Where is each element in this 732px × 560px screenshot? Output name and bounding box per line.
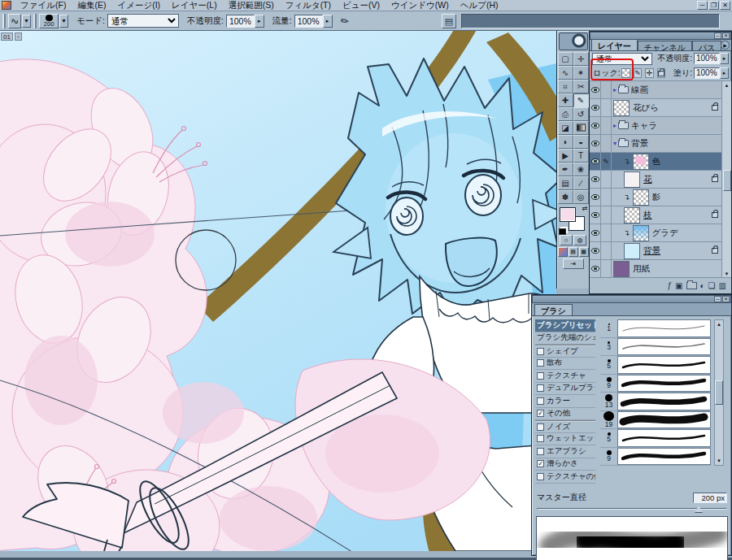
delete-layer-icon[interactable]: ▥ <box>719 281 726 290</box>
layers-opacity-spinner[interactable]: ▸ <box>720 53 729 64</box>
layer-thumbnail[interactable] <box>633 225 649 241</box>
link-cell[interactable] <box>601 206 612 224</box>
standard-screen-button[interactable] <box>558 247 568 257</box>
layer-row-8[interactable]: ↴グラデ <box>590 224 731 242</box>
link-cell[interactable] <box>601 189 612 206</box>
visibility-toggle[interactable] <box>590 242 601 260</box>
notes-tool[interactable]: ▤ <box>558 176 573 190</box>
minimize-button[interactable]: ─ <box>697 1 708 10</box>
menu-item-0[interactable]: ファイル(F) <box>15 0 72 11</box>
canvas-artwork[interactable] <box>0 31 556 551</box>
blur-tool[interactable]: ◗ <box>558 135 573 149</box>
lock-position-checkbox[interactable]: ✛ <box>645 68 653 78</box>
menu-item-3[interactable]: レイヤー(L) <box>166 0 223 11</box>
layer-row-7[interactable]: 枝 <box>590 206 731 224</box>
layer-row-0[interactable]: ▸線画 <box>590 81 731 99</box>
brush-section-0[interactable]: ブラシプリセット <box>535 319 595 332</box>
crop-tool[interactable]: ⌗ <box>558 80 573 93</box>
lock-paint-checkbox[interactable]: ✎ <box>634 68 642 78</box>
link-cell[interactable] <box>601 171 612 189</box>
fullscreen-menubar-button[interactable]: ▤ <box>569 247 578 257</box>
visibility-toggle[interactable] <box>590 189 601 206</box>
brush-preset-5[interactable]: 5 <box>600 356 711 375</box>
menu-item-6[interactable]: ビュー(V) <box>337 0 386 11</box>
layer-row-10[interactable]: 用紙 <box>590 260 731 277</box>
layer-thumbnail[interactable] <box>624 243 640 259</box>
airbrush-toggle[interactable]: ✎ <box>339 14 351 28</box>
link-cell[interactable] <box>601 135 612 153</box>
menu-item-4[interactable]: 選択範囲(S) <box>223 0 280 11</box>
brush-section-10[interactable]: エアブラシ <box>535 445 595 458</box>
photoshop-banner[interactable] <box>559 33 588 50</box>
layer-thumbnail[interactable] <box>613 100 630 116</box>
visibility-toggle[interactable] <box>590 260 601 278</box>
flow-value[interactable]: 100% <box>294 15 323 28</box>
brush-scrollbar[interactable]: ▲ ▼ <box>714 319 724 466</box>
brush-scroll-down-icon[interactable]: ▼ <box>715 457 724 465</box>
brush-section-3[interactable]: 散布 <box>535 358 595 371</box>
brush-section-8[interactable]: ノイズ <box>535 420 595 433</box>
menu-item-5[interactable]: フィルタ(T) <box>280 0 337 11</box>
visibility-toggle[interactable] <box>590 224 601 242</box>
brush-section-12[interactable]: テクスチャの保護 <box>535 471 595 484</box>
link-cell[interactable] <box>601 117 612 135</box>
menu-item-7[interactable]: ウインドウ(W) <box>386 0 455 11</box>
gradient-tool[interactable] <box>573 121 589 135</box>
brushes-panel-titlebar[interactable]: ─ ✕ <box>532 295 731 303</box>
zoom-tool[interactable]: ◎ <box>573 190 589 204</box>
expand-closed-icon[interactable]: ▸ <box>613 86 617 93</box>
opacity-spinner[interactable]: ▸ <box>255 15 264 28</box>
fullscreen-button[interactable]: ▦ <box>579 247 589 257</box>
lock-all-checkbox[interactable] <box>657 68 665 78</box>
document-chip[interactable]: 01 <box>1 33 13 41</box>
layer-thumbnail[interactable] <box>613 261 630 277</box>
opacity-value[interactable]: 100% <box>226 15 255 28</box>
expand-closed-icon[interactable]: ▸ <box>613 122 617 129</box>
restore-button[interactable]: ❐ <box>708 1 719 10</box>
rect-marquee-tool[interactable]: ▢ <box>558 52 573 66</box>
unchecked-checkbox[interactable] <box>537 397 544 405</box>
magic-wand-tool[interactable]: ✶ <box>573 66 589 80</box>
layers-opacity-value[interactable]: 100% <box>694 53 720 64</box>
layer-thumbnail[interactable] <box>633 154 649 170</box>
brush-preset-13[interactable]: 13 <box>600 393 711 411</box>
lock-transparency-checkbox[interactable] <box>621 68 630 78</box>
brush-section-7[interactable]: ✓その他 <box>535 408 595 421</box>
options-grip[interactable] <box>2 14 6 28</box>
fill-value[interactable]: 100% <box>694 67 720 79</box>
link-cell[interactable] <box>601 242 612 260</box>
menu-item-1[interactable]: 編集(E) <box>72 0 111 11</box>
visibility-toggle[interactable] <box>590 206 601 224</box>
layer-row-1[interactable]: 花びら <box>590 99 731 117</box>
new-layer-icon[interactable]: ❏ <box>708 281 716 290</box>
layer-mask-icon[interactable]: ▣ <box>675 281 682 290</box>
document-chip-icon[interactable]: ▫ <box>15 33 22 41</box>
type-tool[interactable]: T <box>573 149 589 163</box>
layer-thumbnail[interactable] <box>624 171 640 188</box>
visibility-toggle[interactable] <box>590 153 601 171</box>
eraser-tool[interactable]: ◪ <box>558 121 573 135</box>
menu-item-8[interactable]: ヘルプ(H) <box>455 0 504 11</box>
unchecked-checkbox[interactable] <box>537 423 544 431</box>
brushes-close-icon[interactable]: ✕ <box>722 296 730 302</box>
brush-section-4[interactable]: テクスチャ <box>535 370 595 383</box>
tab-layers[interactable]: レイヤー <box>591 39 638 50</box>
layer-thumbnail[interactable] <box>624 207 640 224</box>
visibility-toggle[interactable] <box>590 171 601 189</box>
clone-stamp-tool[interactable]: ⎙ <box>558 107 573 121</box>
flow-spinner[interactable]: ▸ <box>323 15 333 28</box>
default-colors-icon[interactable] <box>559 228 566 235</box>
dodge-tool[interactable]: ◒ <box>573 135 589 149</box>
standard-mode-button[interactable]: ○ <box>560 235 573 245</box>
palette-well[interactable] <box>461 14 720 28</box>
brush-preset-dropdown-arrow[interactable]: ▼ <box>59 15 68 28</box>
quickmask-mode-button[interactable]: ◍ <box>573 235 586 245</box>
fill-spinner[interactable]: ▸ <box>720 67 729 79</box>
brush-tool[interactable]: ✎ <box>573 93 589 107</box>
unchecked-checkbox[interactable] <box>537 384 544 392</box>
master-diameter-value[interactable]: 200 px <box>693 493 727 503</box>
path-select-tool[interactable]: ▶ <box>558 149 573 163</box>
history-brush-tool[interactable]: ↺ <box>573 107 589 121</box>
brush-preset-9[interactable]: 9 <box>600 375 711 393</box>
layers-scrollbar[interactable]: ▲ ▼ <box>721 81 731 277</box>
